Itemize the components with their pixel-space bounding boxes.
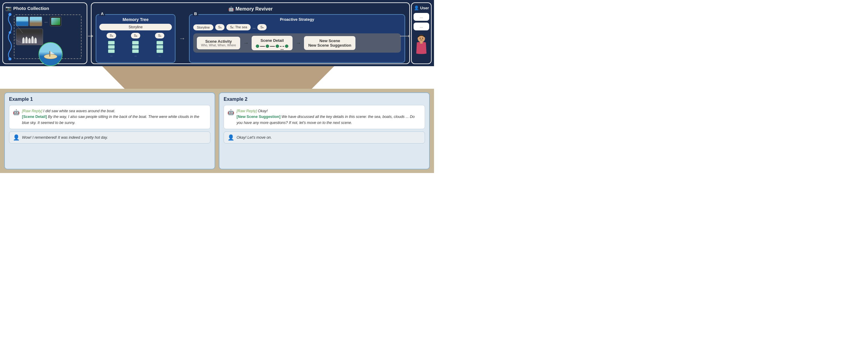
strategy-row: Scene Activity Who, What, When, Where → … [193,33,401,53]
example1-bot-row: 🤖 [Raw Reply] I did saw white sea waves … [13,108,207,126]
col-sn: ... [156,41,163,57]
example2-bot-text: [Raw Reply] Okay! [New Scene Suggestion]… [237,108,421,126]
dots-col1: ... [110,54,113,57]
svg-point-1 [8,58,11,61]
magnify-circle [38,42,63,66]
dot-chain: -- [256,44,288,48]
svg-rect-4 [49,51,50,57]
svg-point-2 [9,31,11,34]
user-avatar-svg [414,34,429,55]
main-container: 📷 Photo Collection ... [0,0,434,173]
proactive-subpanel: B Proactive Strategy Storyline S₁ S₂: Th… [189,14,405,63]
dot4 [285,44,288,48]
scene-activity-title: Scene Activity [201,39,236,43]
boat-svg [41,48,60,60]
rect-s1-1 [108,41,115,44]
rect-sn-3 [156,49,163,53]
arrow-between: → [179,14,186,63]
example1-user-box: 👤 Wow! I remembered! It was indeed a pre… [9,131,210,144]
arrow2: → [296,40,301,46]
dashed-rect: ... [14,14,82,59]
proactive-tags-row: Storyline S₁ S₂: The sea ... Sₙ [193,24,401,30]
line1 [260,46,265,46]
example2-bot-box: 🤖 [Raw Reply] Okay! [New Scene Suggestio… [224,105,425,129]
example2-user-box: 👤 Okay! Let's move on. [224,131,425,144]
new-scene-suggestion: New Scene Suggestion [308,43,351,48]
photo-grid: ... [5,13,84,61]
example2-bot-icon: 🤖 [227,109,234,116]
raw-reply-text-1: I did saw white sea waves around the boa… [42,109,115,113]
col-s1: ... [108,41,115,57]
memory-reviver-panel: 🤖 Memory Reviver A Memory Tree Storyline… [91,2,410,64]
svg-marker-15 [92,35,93,37]
tag-sn: Sₙ [257,24,267,30]
photo-collection-panel: 📷 Photo Collection ... [2,2,87,64]
dash-line: -- [280,46,284,46]
example1-user-text: Wow! I remembered! It was indeed a prett… [22,135,108,139]
photo-collection-header: 📷 Photo Collection [5,5,84,11]
wavy-line-svg [5,13,14,61]
new-scene-box: New Scene New Scene Suggestion [304,36,355,50]
bottom-section: Example 1 🤖 [Raw Reply] I did saw white … [0,89,434,173]
memory-reviver-title: 🤖 Memory Reviver [96,6,405,12]
svg-point-11 [422,38,423,39]
svg-marker-5 [50,51,55,54]
speech-bubble-2: ... [413,23,429,30]
rect-sn-1 [156,41,163,44]
svg-point-10 [420,38,421,39]
rect-s1-3 [108,49,115,53]
scene-detail-text-1: By the way, I also saw people sitting in… [22,115,199,125]
col-s2: ... [132,41,139,57]
scene-detail-box: Scene Detail -- [252,36,292,50]
arrow1: → [243,40,249,46]
example2-title: Example 2 [224,97,425,102]
photo-row-1: ... [16,17,61,26]
example1-title: Example 1 [9,97,210,102]
rect-s1-2 [108,45,115,49]
user-panel: 👤 User ... ... [411,2,432,64]
example1-bot-icon: 🤖 [13,109,20,116]
tag-s2-the-sea: S₂: The sea [226,24,251,30]
label-b: B [193,11,198,16]
scene-nodes-row: S₁ S₂ Sₙ [99,33,172,38]
new-scene-title: New Scene [308,38,351,43]
rect-s2-1 [132,41,139,44]
example1-user-icon: 👤 [13,134,20,141]
svg-point-3 [44,54,57,59]
photo-icon: 📷 [5,5,11,11]
scene-node-s1: S₁ [106,33,116,38]
raw-reply-text-2: Okay! [257,109,268,113]
arrow-to-user [400,33,410,40]
user-title: User [420,6,429,10]
dots-col3: ... [159,54,161,57]
example2-user-icon: 👤 [227,134,234,141]
example2-user-text: Okay! Let's move on. [237,135,272,139]
rect-s2-2 [132,45,139,49]
storyline-bar: Storyline [99,24,172,30]
reviver-content: A Memory Tree Storyline S₁ S₂ Sₙ ... [96,14,405,63]
new-scene-label-2: [New Scene Suggestion] [237,115,280,119]
tag-dots: ... [252,25,255,30]
arrow-to-reviver [88,33,93,40]
example1-bot-box: 🤖 [Raw Reply] I did saw white sea waves … [9,105,210,129]
raw-reply-label-2: [Raw Reply] [237,109,257,113]
user-icon: 👤 [414,5,419,10]
memory-tree-title: Memory Tree [99,17,172,22]
svg-rect-9 [420,42,423,43]
photo-group [16,29,43,45]
photo-collection-title: Photo Collection [13,6,49,11]
example1-bot-text: [Raw Reply] I did saw white sea waves ar… [22,108,207,126]
dot3 [276,44,279,48]
svg-marker-13 [408,35,410,37]
user-header: 👤 User [414,5,429,10]
scene-node-s2: S₂ [131,33,140,38]
tag-storyline: Storyline [193,24,213,30]
scene-node-sn: Sₙ [155,33,164,38]
photo-phone [50,17,61,26]
scene-detail-title: Scene Detail [256,38,288,43]
example2-bot-row: 🤖 [Raw Reply] Okay! [New Scene Suggestio… [227,108,421,126]
rect-s2-3 [132,49,139,53]
raw-reply-label-1: [Raw Reply] [22,109,42,113]
proactive-title: Proactive Strategy [193,17,401,22]
dots-col2: ... [134,54,137,57]
